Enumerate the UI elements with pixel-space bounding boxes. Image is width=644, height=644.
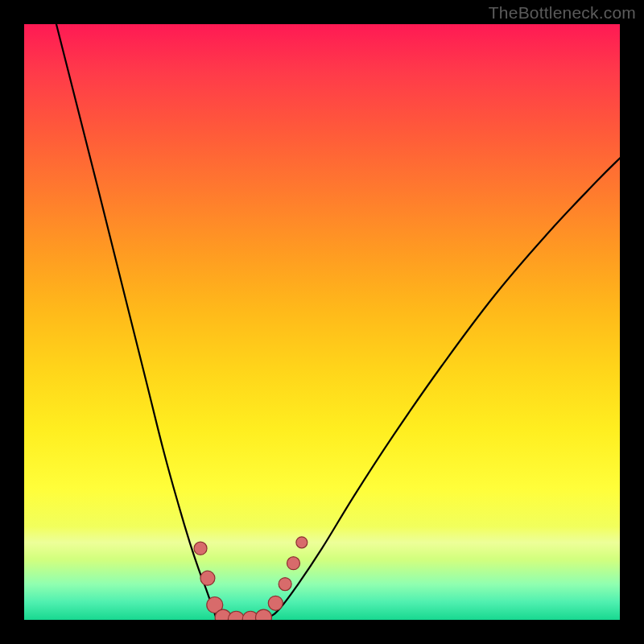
- marker-dot: [228, 611, 244, 620]
- watermark-text: TheBottleneck.com: [489, 3, 636, 23]
- plot-area: [24, 24, 620, 620]
- marker-dot: [287, 557, 299, 570]
- marker-dot: [279, 578, 291, 591]
- marker-dot: [255, 609, 271, 620]
- chart-svg: [24, 24, 620, 620]
- marker-dot: [296, 537, 308, 548]
- marker-dot: [194, 542, 207, 555]
- bottleneck-curve: [56, 24, 620, 620]
- chart-frame: TheBottleneck.com: [0, 0, 644, 644]
- marker-group: [194, 537, 308, 620]
- marker-dot: [268, 596, 283, 610]
- marker-dot: [200, 571, 215, 585]
